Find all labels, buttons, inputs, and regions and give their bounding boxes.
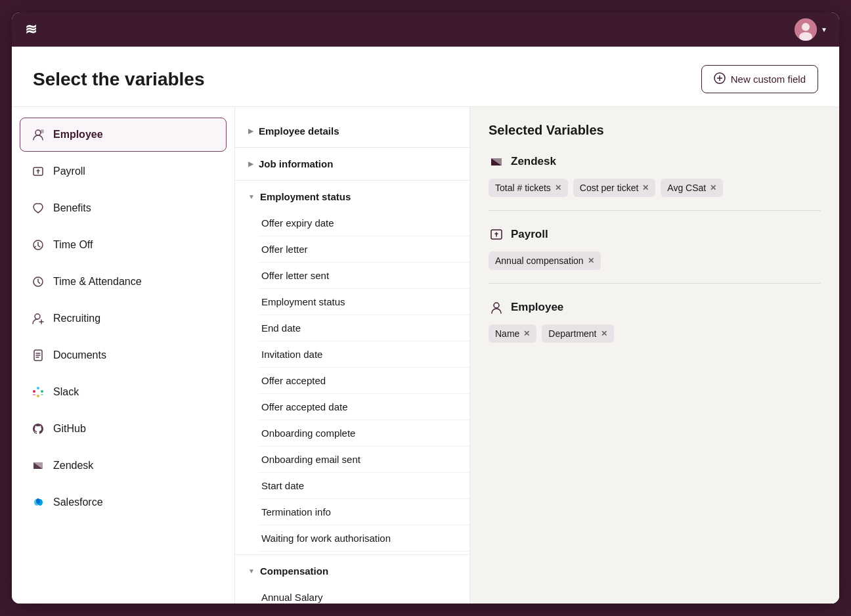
sidebar-item-timeattendance[interactable]: Time & Attendance [20, 265, 227, 299]
section-divider [235, 147, 469, 148]
sidebar: Employee Payroll [12, 107, 235, 604]
sidebar-item-zendesk[interactable]: Zendesk [20, 449, 227, 483]
user-menu-chevron[interactable]: ▾ [822, 25, 826, 34]
remove-tag-button[interactable]: ✕ [588, 256, 594, 265]
app-window: ≋ ▾ Select the variables [12, 12, 839, 604]
salesforce-icon [31, 495, 45, 510]
sidebar-item-payroll[interactable]: Payroll [20, 154, 227, 188]
remove-tag-button[interactable]: ✕ [555, 183, 561, 192]
list-item[interactable]: Waiting for work authorisation [259, 525, 469, 552]
sidebar-item-label: Employee [53, 129, 103, 141]
section-label: Compensation [260, 565, 328, 577]
right-panel: Selected Variables Zendesk [470, 107, 839, 604]
variable-group-payroll: Payroll Annual compensation ✕ [489, 227, 821, 284]
variable-tags: Name ✕ Department ✕ [489, 324, 821, 343]
section-employment-status-header[interactable]: ▼ Employment status [235, 183, 469, 210]
section-label: Job information [259, 158, 333, 169]
variable-tags: Annual compensation ✕ [489, 252, 821, 270]
sidebar-item-employee[interactable]: Employee [20, 118, 227, 152]
remove-tag-button[interactable]: ✕ [523, 329, 530, 338]
svg-rect-13 [33, 390, 35, 393]
sidebar-item-label: Time Off [53, 239, 93, 251]
variable-tag[interactable]: Annual compensation ✕ [489, 252, 601, 270]
svg-rect-15 [41, 390, 43, 393]
variable-tags: Total # tickets ✕ Cost per ticket ✕ Avg … [489, 179, 821, 197]
list-item[interactable]: Offer accepted date [259, 394, 469, 420]
employee-group-icon [489, 299, 504, 315]
user-avatar[interactable] [795, 18, 817, 41]
svg-point-6 [35, 130, 41, 135]
payroll-icon [31, 164, 45, 179]
svg-point-23 [494, 303, 499, 308]
list-item[interactable]: Annual Salary [259, 584, 469, 604]
remove-tag-button[interactable]: ✕ [601, 329, 607, 338]
arrow-right-icon: ▶ [248, 160, 253, 167]
app-logo: ≋ [25, 21, 38, 38]
columns-layout: Employee Payroll [12, 107, 839, 604]
employee-icon [31, 127, 45, 142]
arrow-down-icon: ▼ [248, 567, 255, 575]
list-item[interactable]: Start date [259, 473, 469, 499]
variable-group-employee: Employee Name ✕ Department ✕ [489, 299, 821, 356]
section-employment-status: ▼ Employment status Offer expiry date Of… [235, 183, 469, 552]
section-compensation: ▼ Compensation Annual Salary [235, 558, 469, 604]
new-custom-field-button[interactable]: New custom field [701, 65, 818, 93]
variable-group-zendesk: Zendesk Total # tickets ✕ Cost per ticke… [489, 154, 821, 211]
recruiting-icon [31, 311, 45, 326]
employment-status-items: Offer expiry date Offer letter Offer let… [235, 210, 469, 552]
svg-point-11 [35, 314, 40, 319]
sidebar-item-label: Slack [53, 386, 79, 398]
documents-icon [31, 348, 45, 363]
svg-rect-18 [41, 394, 43, 395]
list-item[interactable]: Offer letter [259, 236, 469, 263]
list-item[interactable]: Offer accepted [259, 368, 469, 394]
sidebar-item-label: Time & Attendance [53, 276, 142, 288]
sidebar-item-salesforce[interactable]: Salesforce [20, 485, 227, 519]
sidebar-item-label: GitHub [53, 423, 86, 435]
section-employee-details: ▶ Employee details [235, 118, 469, 144]
variable-tag[interactable]: Total # tickets ✕ [489, 179, 568, 197]
list-item[interactable]: Offer expiry date [259, 210, 469, 236]
title-bar: ≋ ▾ [12, 12, 839, 47]
sidebar-item-label: Documents [53, 349, 106, 361]
variable-tag[interactable]: Cost per ticket ✕ [573, 179, 655, 197]
selected-variables-title: Selected Variables [489, 123, 821, 138]
variable-tag[interactable]: Department ✕ [542, 324, 613, 343]
middle-panel: ▶ Employee details ▶ Job information [235, 107, 470, 604]
section-employee-details-header[interactable]: ▶ Employee details [235, 118, 469, 144]
remove-tag-button[interactable]: ✕ [642, 183, 649, 192]
variable-group-name: Payroll [511, 228, 548, 241]
sidebar-item-benefits[interactable]: Benefits [20, 191, 227, 225]
variable-tag[interactable]: Name ✕ [489, 324, 536, 343]
section-compensation-header[interactable]: ▼ Compensation [235, 558, 469, 584]
compensation-items: Annual Salary [235, 584, 469, 604]
variable-tag[interactable]: Avg CSat ✕ [661, 179, 723, 197]
sidebar-item-recruiting[interactable]: Recruiting [20, 301, 227, 336]
list-item[interactable]: Onboarding email sent [259, 447, 469, 473]
list-item[interactable]: Invitation date [259, 341, 469, 368]
variable-group-header: Zendesk [489, 154, 821, 169]
svg-rect-14 [37, 387, 39, 389]
slack-icon [31, 385, 45, 399]
sidebar-item-github[interactable]: GitHub [20, 412, 227, 446]
variable-group-header: Payroll [489, 227, 821, 242]
list-item[interactable]: End date [259, 315, 469, 341]
list-item[interactable]: Employment status [259, 289, 469, 315]
section-divider [235, 180, 469, 181]
sidebar-item-documents[interactable]: Documents [20, 338, 227, 372]
sidebar-item-timeoff[interactable]: Time Off [20, 228, 227, 262]
list-item[interactable]: Termination info [259, 499, 469, 525]
remove-tag-button[interactable]: ✕ [710, 183, 716, 192]
title-bar-right: ▾ [795, 18, 826, 41]
svg-point-7 [40, 129, 44, 133]
arrow-right-icon: ▶ [248, 127, 253, 135]
list-item[interactable]: Offer letter sent [259, 263, 469, 289]
variable-group-name: Employee [511, 301, 563, 314]
arrow-down-icon: ▼ [248, 193, 255, 200]
section-divider [235, 554, 469, 555]
section-job-information-header[interactable]: ▶ Job information [235, 150, 469, 177]
sidebar-item-slack[interactable]: Slack [20, 375, 227, 409]
svg-point-1 [802, 23, 810, 31]
svg-rect-17 [33, 394, 35, 395]
list-item[interactable]: Onboarding complete [259, 420, 469, 447]
